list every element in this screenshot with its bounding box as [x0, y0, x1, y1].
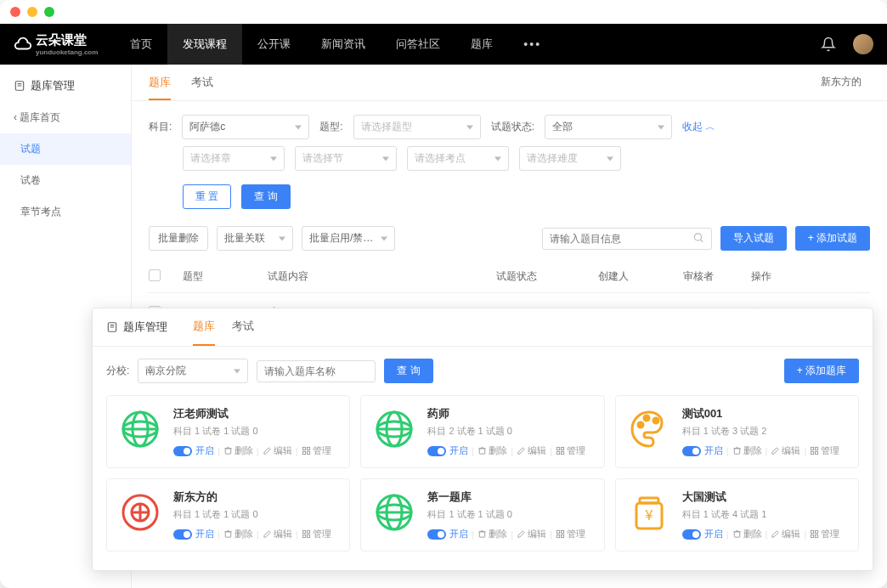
subject-select[interactable]: 阿萨德c [182, 115, 309, 139]
difficulty-select[interactable]: 请选择难度 [519, 146, 621, 171]
card-manage-link[interactable]: 管理 [302, 444, 331, 457]
toggle-switch[interactable] [173, 446, 192, 456]
nav-qa[interactable]: 问答社区 [381, 24, 455, 65]
bank-card[interactable]: 第一题库科目 1 试卷 1 试题 0开启|删除|编辑|管理 [360, 478, 604, 551]
close-window-icon[interactable] [10, 7, 20, 17]
toggle-switch[interactable] [682, 446, 701, 456]
collapse-label: 收起 [682, 121, 703, 133]
import-button[interactable]: 导入试题 [720, 226, 787, 251]
search-icon[interactable] [692, 231, 704, 246]
bank-name-input[interactable] [264, 365, 368, 377]
svg-rect-45 [225, 532, 230, 537]
search-input[interactable] [550, 233, 689, 245]
batch-link-select[interactable]: 批量关联 [217, 226, 293, 251]
nav-home[interactable]: 首页 [115, 24, 167, 65]
bank-card[interactable]: 新东方的科目 1 试卷 1 试题 0开启|删除|编辑|管理 [106, 478, 350, 551]
w2-tab-bank[interactable]: 题库 [193, 308, 215, 346]
batch-delete-button[interactable]: 批量删除 [149, 226, 208, 251]
svg-rect-17 [307, 447, 309, 449]
logo[interactable]: 云朵课堂 yunduoketang.com [14, 32, 98, 56]
nav-open-class[interactable]: 公开课 [242, 24, 306, 65]
card-delete-link[interactable]: 删除 [732, 528, 762, 540]
bank-card[interactable]: 药师科目 2 试卷 1 试题 0开启|删除|编辑|管理 [360, 395, 604, 468]
card-manage-link[interactable]: 管理 [302, 528, 331, 540]
nav-discover[interactable]: 发现课程 [167, 24, 242, 65]
maximize-window-icon[interactable] [44, 7, 54, 17]
card-body: 测试001科目 1 试卷 3 试题 2开启|删除|编辑|管理 [682, 406, 848, 457]
card-delete-link[interactable]: 删除 [477, 528, 507, 540]
avatar[interactable] [853, 34, 873, 54]
svg-point-33 [653, 418, 658, 423]
card-manage-link[interactable]: 管理 [810, 444, 839, 457]
svg-rect-28 [561, 447, 563, 449]
sidebar-item-papers[interactable]: 试卷 [0, 165, 131, 196]
card-actions: 开启|删除|编辑|管理 [173, 528, 339, 540]
nav-more-icon[interactable]: ••• [508, 24, 556, 65]
th-content: 试题内容 [268, 269, 496, 284]
add-question-button[interactable]: + 添加试题 [795, 226, 870, 251]
secondary-window: 题库管理 题库 考试 分校: 南京分院 查 询 + 添加题库 汪老师测试科目 1… [92, 308, 873, 571]
th-status: 试题状态 [496, 269, 598, 284]
card-edit-link[interactable]: 编辑 [517, 528, 546, 540]
card-edit-link[interactable]: 编辑 [771, 444, 800, 457]
card-manage-link[interactable]: 管理 [556, 444, 585, 457]
svg-rect-24 [479, 449, 484, 454]
chapter-select[interactable]: 请选择章 [183, 146, 285, 171]
card-manage-link[interactable]: 管理 [556, 528, 585, 540]
point-select[interactable]: 请选择考点 [407, 146, 509, 171]
bank-card[interactable]: 汪老师测试科目 1 试卷 1 试题 0开启|删除|编辑|管理 [106, 395, 350, 468]
branch-select[interactable]: 南京分院 [138, 359, 248, 383]
tab-exam[interactable]: 考试 [191, 75, 213, 100]
card-manage-link[interactable]: 管理 [810, 528, 839, 540]
card-icon [626, 406, 672, 452]
svg-point-32 [644, 416, 649, 421]
card-edit-link[interactable]: 编辑 [517, 444, 546, 457]
query-button[interactable]: 查 询 [241, 184, 290, 209]
sidebar-back[interactable]: ‹ 题库首页 [0, 102, 131, 133]
bank-name-input-wrap[interactable] [257, 360, 376, 382]
nav-news[interactable]: 新闻资讯 [306, 24, 381, 65]
w2-tab-exam[interactable]: 考试 [232, 308, 254, 346]
w2-query-button[interactable]: 查 询 [384, 359, 432, 383]
card-delete-link[interactable]: 删除 [223, 444, 253, 457]
bank-card[interactable]: 测试001科目 1 试卷 3 试题 2开启|删除|编辑|管理 [615, 395, 859, 468]
toggle-switch[interactable] [173, 529, 192, 540]
collapse-link[interactable]: 收起 ︿ [682, 120, 715, 134]
type-select[interactable]: 请选择题型 [353, 115, 481, 139]
reset-button[interactable]: 重 置 [183, 184, 231, 209]
add-bank-button[interactable]: + 添加题库 [784, 359, 859, 383]
w2-header: 题库管理 题库 考试 [93, 308, 873, 347]
svg-rect-69 [811, 530, 814, 533]
toggle-switch[interactable] [682, 529, 701, 540]
card-actions: 开启|删除|编辑|管理 [427, 444, 593, 457]
sidebar-item-chapters[interactable]: 章节考点 [0, 196, 131, 228]
card-icon: ¥ [626, 489, 672, 535]
sidebar-item-questions[interactable]: 试题 [0, 133, 131, 165]
tab-bank[interactable]: 题库 [149, 75, 171, 100]
nav-question-bank[interactable]: 题库 [455, 24, 508, 65]
select-all-checkbox[interactable] [149, 269, 161, 281]
card-delete-link[interactable]: 删除 [223, 528, 253, 540]
card-delete-link[interactable]: 删除 [477, 444, 507, 457]
card-actions: 开启|删除|编辑|管理 [682, 444, 848, 457]
minimize-window-icon[interactable] [27, 7, 37, 17]
titlebar [0, 0, 887, 24]
toggle-switch[interactable] [427, 446, 446, 456]
status-select[interactable]: 全部 [545, 115, 672, 139]
card-body: 新东方的科目 1 试卷 1 试题 0开启|删除|编辑|管理 [173, 489, 339, 540]
card-delete-link[interactable]: 删除 [732, 444, 762, 457]
card-edit-link[interactable]: 编辑 [263, 444, 292, 457]
bank-card[interactable]: ¥大国测试科目 1 试卷 4 试题 1开启|删除|编辑|管理 [615, 478, 859, 551]
card-meta: 科目 1 试卷 1 试题 0 [173, 425, 339, 438]
card-icon [117, 489, 163, 535]
card-actions: 开启|删除|编辑|管理 [682, 528, 848, 540]
search-input-wrap[interactable] [542, 228, 712, 250]
w2-tabs: 题库 考试 [193, 308, 254, 346]
toolbar: 批量删除 批量关联 批量启用/禁… 导入试题 + 添加试题 [132, 216, 887, 261]
toggle-switch[interactable] [427, 529, 446, 540]
card-edit-link[interactable]: 编辑 [771, 528, 800, 540]
bell-icon[interactable] [821, 37, 836, 52]
section-select[interactable]: 请选择节 [295, 146, 397, 171]
batch-enable-select[interactable]: 批量启用/禁… [302, 226, 395, 251]
card-edit-link[interactable]: 编辑 [263, 528, 292, 540]
